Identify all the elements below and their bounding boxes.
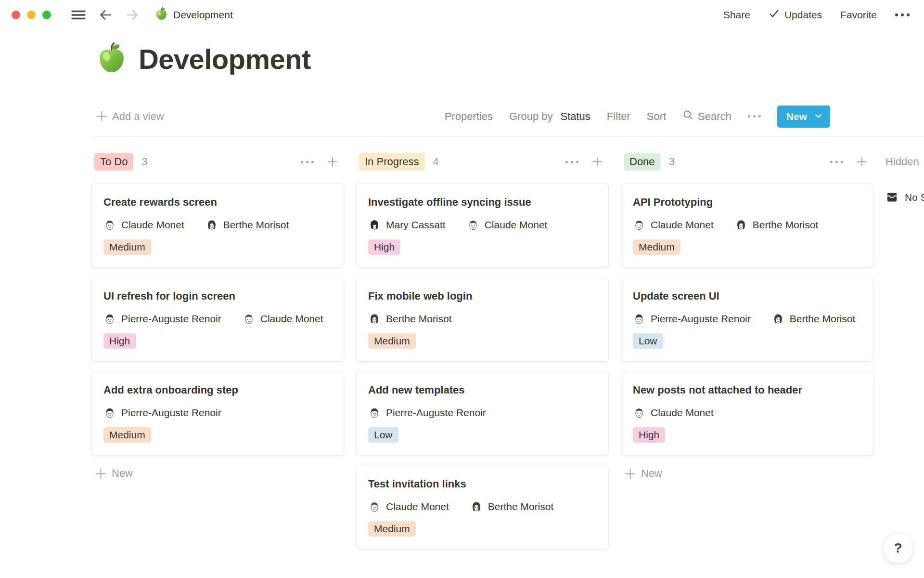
assignee: Berthe Morisot	[470, 500, 554, 513]
column-more-icon[interactable]	[565, 161, 578, 163]
assignee: Berthe Morisot	[735, 219, 819, 231]
kanban-card[interactable]: Create rewards screen Claude Monet Berth…	[91, 183, 344, 268]
assignee: Claude Monet	[103, 219, 184, 231]
avatar-claude-monet-icon	[633, 407, 645, 419]
more-options-icon[interactable]	[895, 13, 910, 16]
column-add-icon[interactable]	[591, 156, 603, 168]
add-card-button[interactable]: New	[621, 467, 873, 480]
toolbar-actions: Properties Group byStatus Filter Sort Se…	[445, 105, 830, 128]
column-add-icon[interactable]	[856, 156, 868, 168]
assignee-name: Mary Cassatt	[386, 219, 446, 231]
card-assignees: Pierre-Auguste Renoir Berthe Morisot	[633, 313, 861, 325]
properties-button[interactable]: Properties	[445, 110, 493, 123]
kanban-card[interactable]: API Prototyping Claude Monet Berthe Mori…	[621, 183, 873, 268]
minimize-window-button[interactable]	[27, 11, 36, 19]
window-titlebar: Development Share Updates Favorite	[0, 0, 924, 30]
avatar-pierre-auguste-renoir-icon	[103, 407, 116, 419]
card-priority-tag: High	[368, 239, 400, 255]
chevron-down-icon[interactable]	[814, 111, 822, 122]
view-more-icon[interactable]	[748, 115, 761, 118]
assignee: Pierre-Auguste Renoir	[368, 407, 486, 419]
avatar-berthe-morisot-icon	[205, 219, 218, 231]
kanban-card[interactable]: Update screen UI Pierre-Auguste Renoir B…	[621, 277, 873, 362]
column-actions	[301, 156, 341, 168]
plus-icon	[96, 111, 107, 122]
assignee-name: Berthe Morisot	[790, 313, 856, 325]
hidden-columns-label[interactable]: Hidden	[886, 156, 924, 168]
assignee: Berthe Morisot	[205, 219, 289, 231]
avatar-claude-monet-icon	[633, 219, 645, 231]
breadcrumb-title: Development	[173, 9, 233, 21]
card-priority-tag: High	[633, 427, 665, 443]
column-add-icon[interactable]	[327, 156, 338, 168]
kanban-card[interactable]: Investigate offline syncing issue Mary C…	[356, 183, 609, 268]
assignee: Mary Cassatt	[368, 219, 446, 231]
hidden-group-label: No Status	[905, 192, 924, 203]
zoom-window-button[interactable]	[42, 11, 51, 19]
favorite-button[interactable]: Favorite	[840, 9, 877, 21]
search-button[interactable]: Search	[682, 109, 732, 123]
group-by-button[interactable]: Group byStatus	[509, 110, 590, 123]
kanban-card[interactable]: UI refresh for login screen Pierre-Augus…	[91, 277, 344, 362]
page-emoji-apple-icon	[155, 7, 168, 23]
kanban-card[interactable]: Test invitation links Claude Monet Berth…	[356, 465, 609, 550]
sidebar-toggle-icon[interactable]	[71, 9, 86, 21]
breadcrumb[interactable]: Development	[155, 7, 233, 23]
card-priority-row: Low	[633, 333, 861, 349]
column-status-badge[interactable]: To Do	[94, 153, 133, 171]
card-priority-row: Medium	[103, 427, 332, 443]
add-card-label: New	[112, 467, 133, 480]
page-title-apple-icon[interactable]	[96, 42, 127, 75]
column-header: To Do 3	[91, 151, 344, 172]
assignee: Pierre-Auguste Renoir	[633, 313, 751, 325]
sort-button[interactable]: Sort	[647, 110, 666, 123]
group-by-value: Status	[560, 110, 590, 123]
card-assignees: Pierre-Auguste Renoir	[368, 407, 597, 419]
card-assignees: Mary Cassatt Claude Monet	[368, 219, 597, 231]
plus-icon	[625, 468, 636, 479]
kanban-card[interactable]: Add extra onboarding step Pierre-Auguste…	[91, 371, 344, 456]
column-count: 4	[433, 156, 439, 168]
page-title[interactable]: Development	[139, 43, 311, 75]
assignee-name: Claude Monet	[121, 219, 184, 231]
kanban-card[interactable]: Fix mobile web login Berthe Morisot Medi…	[356, 277, 609, 362]
kanban-card[interactable]: Add new templates Pierre-Auguste Renoir …	[356, 371, 609, 456]
updates-button[interactable]: Updates	[769, 8, 822, 22]
avatar-berthe-morisot-icon	[735, 219, 747, 231]
assignee: Claude Monet	[633, 219, 714, 231]
board: To Do 3 Create rewards screen Claude Mon…	[0, 151, 924, 559]
avatar-claude-monet-icon	[368, 500, 381, 513]
hidden-group-no-status[interactable]: No Status	[886, 191, 924, 204]
card-title: Add extra onboarding step	[103, 383, 332, 397]
add-view-button[interactable]: Add a view	[96, 110, 164, 123]
new-button[interactable]: New	[777, 105, 830, 128]
column-status-badge[interactable]: Done	[624, 153, 661, 171]
column-status-badge[interactable]: In Progress	[359, 153, 425, 171]
back-arrow-icon[interactable]	[98, 8, 113, 22]
assignee-name: Claude Monet	[260, 313, 323, 325]
column-count: 3	[141, 156, 147, 168]
help-button[interactable]: ?	[883, 533, 913, 564]
card-priority-tag: Medium	[103, 427, 151, 443]
assignee-name: Claude Monet	[651, 219, 714, 231]
card-priority-row: Medium	[633, 239, 861, 255]
search-icon	[682, 109, 693, 123]
forward-arrow-icon[interactable]	[125, 8, 140, 22]
card-priority-tag: Medium	[368, 333, 416, 349]
add-card-button[interactable]: New	[91, 467, 344, 480]
column-more-icon[interactable]	[301, 161, 314, 163]
card-assignees: Pierre-Auguste Renoir	[103, 407, 332, 419]
card-title: Update screen UI	[633, 289, 861, 303]
notion-window: Development Share Updates Favorite	[0, 0, 924, 578]
column-header: Done 3	[621, 151, 873, 172]
assignee-name: Pierre-Auguste Renoir	[121, 313, 221, 325]
window-controls	[12, 11, 51, 19]
filter-button[interactable]: Filter	[607, 110, 630, 123]
close-window-button[interactable]	[12, 11, 20, 19]
column-more-icon[interactable]	[830, 161, 843, 163]
card-assignees: Claude Monet Berthe Morisot	[103, 219, 332, 231]
updates-label: Updates	[784, 9, 822, 21]
card-assignees: Berthe Morisot	[368, 313, 597, 325]
share-button[interactable]: Share	[723, 9, 750, 21]
kanban-card[interactable]: New posts not attached to header Claude …	[621, 371, 873, 456]
